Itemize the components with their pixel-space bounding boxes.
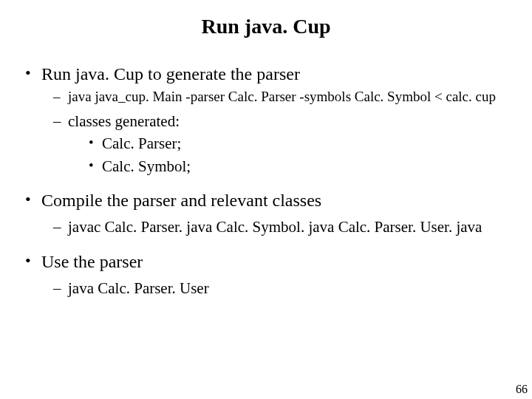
dash-icon: – <box>53 216 68 237</box>
page-number: 66 <box>516 383 528 396</box>
spacer <box>25 238 513 245</box>
bullet-text: java java_cup. Main -parser Calc. Parser… <box>68 87 496 106</box>
disc-icon: • <box>89 156 102 175</box>
bullet-level3: • Calc. Parser; <box>89 133 513 154</box>
bullet-text: Calc. Parser; <box>102 133 181 154</box>
bullet-level2: – java java_cup. Main -parser Calc. Pars… <box>53 87 513 106</box>
bullet-text: java Calc. Parser. User <box>68 278 209 299</box>
disc-icon: • <box>25 250 41 272</box>
dash-icon: – <box>53 87 68 106</box>
slide-body: • Run java. Cup to generate the parser –… <box>25 58 513 299</box>
bullet-level1: • Run java. Cup to generate the parser <box>25 62 513 86</box>
disc-icon: • <box>89 133 102 152</box>
bullet-text: classes generated: <box>68 111 180 132</box>
disc-icon: • <box>25 188 41 211</box>
slide-title: Run java. Cup <box>0 15 532 38</box>
bullet-level2: – java Calc. Parser. User <box>53 278 513 299</box>
bullet-text: javac Calc. Parser. java Calc. Symbol. j… <box>68 216 482 237</box>
dash-icon: – <box>53 111 68 132</box>
bullet-text: Run java. Cup to generate the parser <box>41 62 300 86</box>
slide: Run java. Cup • Run java. Cup to generat… <box>0 0 532 399</box>
bullet-level2: – javac Calc. Parser. java Calc. Symbol.… <box>53 216 513 237</box>
bullet-text: Calc. Symbol; <box>102 156 191 177</box>
dash-icon: – <box>53 278 68 299</box>
disc-icon: • <box>25 62 41 84</box>
bullet-text: Use the parser <box>41 250 143 273</box>
bullet-level1: • Compile the parser and relevant classe… <box>25 188 513 212</box>
bullet-level1: • Use the parser <box>25 250 513 273</box>
spacer <box>25 177 513 184</box>
bullet-text: Compile the parser and relevant classes <box>41 188 321 212</box>
bullet-level2: – classes generated: <box>53 111 513 132</box>
bullet-level3: • Calc. Symbol; <box>89 156 513 177</box>
